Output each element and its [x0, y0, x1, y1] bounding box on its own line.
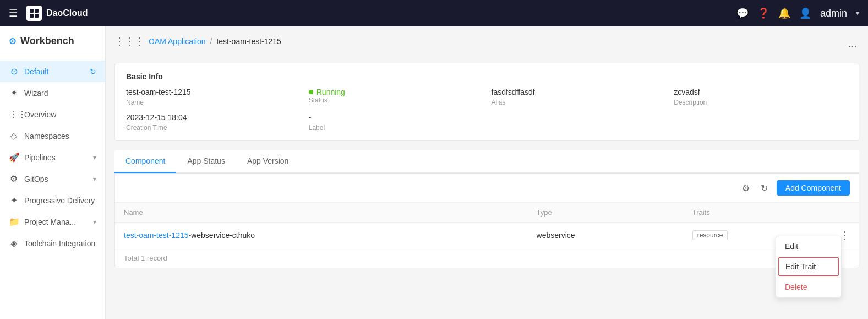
- svg-rect-3: [35, 14, 39, 18]
- dropdown-delete[interactable]: Delete: [776, 277, 841, 297]
- namespaces-icon: ◇: [9, 131, 19, 141]
- label-label: Label: [309, 124, 483, 132]
- toolchain-icon: ◈: [9, 238, 19, 248]
- sidebar-item-label-default: Default: [24, 67, 48, 76]
- sidebar-item-label-progressive: Progressive Delivery: [24, 196, 95, 205]
- basic-info-card: Basic Info test-oam-test-1215 Name Runni…: [114, 63, 859, 141]
- svg-rect-1: [35, 9, 39, 13]
- refresh-icon[interactable]: ↻: [90, 67, 96, 76]
- tab-component[interactable]: Component: [114, 150, 176, 173]
- bell-icon[interactable]: 🔔: [778, 7, 790, 19]
- label-value: -: [309, 113, 483, 122]
- user-icon[interactable]: 👤: [799, 7, 811, 19]
- app-name-value: test-oam-test-1215: [126, 88, 300, 96]
- svg-rect-0: [30, 9, 34, 13]
- sidebar-workbench-header: ⊙ Workbench: [0, 26, 105, 56]
- breadcrumb: ⋮⋮⋮ OAM Application / test-oam-test-1215: [114, 35, 281, 47]
- component-name-prefix: test-oam-test-1215: [124, 231, 189, 240]
- app-description-value: zcvadsf: [674, 88, 848, 96]
- col-header-traits: Traits: [684, 203, 831, 223]
- components-table: Name Type Traits test-oam-test-1215-webs…: [115, 203, 859, 248]
- admin-chevron-icon[interactable]: ▾: [856, 9, 859, 17]
- sidebar-item-label-overview: Overview: [24, 110, 56, 119]
- dropdown-edit-trait[interactable]: Edit Trait: [778, 257, 839, 276]
- creation-time-label: Creation Time: [126, 124, 300, 132]
- creation-time-value: 2023-12-15 18:04: [126, 113, 300, 122]
- sidebar-item-namespaces[interactable]: ◇ Namespaces: [0, 125, 105, 147]
- wizard-icon: ✦: [9, 88, 19, 98]
- trait-badge: resource: [692, 230, 728, 240]
- col-header-name: Name: [115, 203, 528, 223]
- breadcrumb-current: test-oam-test-1215: [216, 37, 281, 46]
- top-navigation: ☰ DaoCloud 💬 ❓ 🔔 👤 admin ▾: [0, 0, 868, 26]
- tab-appstatus[interactable]: App Status: [176, 150, 236, 173]
- dropdown-menu: Edit Edit Trait Delete: [776, 236, 842, 298]
- sidebar-item-wizard[interactable]: ✦ Wizard: [0, 82, 105, 104]
- hamburger-icon[interactable]: ☰: [9, 7, 18, 19]
- component-name-cell: test-oam-test-1215-webservice-cthuko: [115, 223, 528, 248]
- status-text: Running: [316, 88, 345, 96]
- component-type-cell: webservice: [528, 223, 684, 248]
- sidebar-item-label-gitops: GitOps: [24, 175, 48, 183]
- sidebar-item-default[interactable]: ⊙ Default ↻: [0, 61, 105, 82]
- sidebar-item-label-toolchain: Toolchain Integration: [24, 239, 95, 248]
- table-footer: Total 1 record: [115, 248, 859, 268]
- tab-appversion[interactable]: App Version: [236, 150, 300, 173]
- workbench-icon: ⊙: [9, 36, 16, 46]
- sidebar-item-label-pipelines: Pipelines: [24, 153, 56, 162]
- overview-icon: ⋮⋮: [9, 109, 19, 120]
- project-icon: 📁: [9, 217, 19, 227]
- help-icon[interactable]: ❓: [757, 7, 769, 19]
- basic-info-title: Basic Info: [126, 72, 848, 81]
- progressive-icon: ✦: [9, 195, 19, 206]
- app-alias-label: Alias: [492, 99, 665, 106]
- tabs: Component App Status App Version: [114, 150, 859, 173]
- logo-text: DaoCloud: [46, 8, 88, 18]
- table-row: test-oam-test-1215-webservice-cthuko web…: [115, 223, 859, 248]
- page-more-button[interactable]: ···: [845, 37, 859, 55]
- sidebar-item-gitops[interactable]: ⚙ GitOps ▾: [0, 168, 105, 190]
- sidebar-item-label-wizard: Wizard: [24, 89, 48, 98]
- status-dot-icon: [309, 90, 313, 94]
- gitops-icon: ⚙: [9, 174, 19, 184]
- add-component-button[interactable]: Add Component: [777, 180, 850, 196]
- sidebar-item-progressive[interactable]: ✦ Progressive Delivery: [0, 190, 105, 211]
- main-content: ⋮⋮⋮ OAM Application / test-oam-test-1215…: [106, 26, 868, 319]
- table-container: ⚙ ↻ Add Component Name Type Traits: [114, 173, 859, 268]
- refresh-table-button[interactable]: ↻: [758, 181, 770, 196]
- svg-rect-2: [30, 14, 34, 18]
- sidebar: ⊙ Workbench ⊙ Default ↻ ✦ Wizard ⋮⋮: [0, 26, 106, 319]
- gitops-chevron-icon: ▾: [93, 175, 96, 183]
- default-icon: ⊙: [9, 66, 19, 77]
- sidebar-item-label-namespaces: Namespaces: [24, 132, 69, 140]
- component-name-suffix: -webservice-cthuko: [189, 231, 255, 240]
- sidebar-item-toolchain[interactable]: ◈ Toolchain Integration: [0, 233, 105, 254]
- col-header-type: Type: [528, 203, 684, 223]
- workbench-label: Workbench: [20, 35, 74, 47]
- sidebar-item-project[interactable]: 📁 Project Mana... ▾: [0, 211, 105, 233]
- settings-button[interactable]: ⚙: [740, 181, 752, 196]
- sidebar-item-overview[interactable]: ⋮⋮ Overview: [0, 104, 105, 125]
- pipelines-icon: 🚀: [9, 152, 19, 163]
- admin-label[interactable]: admin: [820, 8, 847, 19]
- table-toolbar: ⚙ ↻ Add Component: [115, 174, 859, 203]
- project-chevron-icon: ▾: [93, 218, 96, 226]
- chat-icon[interactable]: 💬: [736, 7, 749, 19]
- breadcrumb-separator: /: [210, 37, 212, 46]
- logo: DaoCloud: [26, 6, 88, 21]
- app-status-value: Running: [309, 88, 483, 96]
- breadcrumb-grid-icon: ⋮⋮⋮: [114, 35, 144, 47]
- sidebar-item-label-project: Project Mana...: [24, 218, 76, 226]
- pipelines-chevron-icon: ▾: [93, 154, 96, 161]
- app-alias-value: fasdfsdffasdf: [492, 88, 665, 96]
- app-status-label: Status: [309, 96, 483, 104]
- breadcrumb-link[interactable]: OAM Application: [149, 37, 206, 46]
- dropdown-edit[interactable]: Edit: [776, 236, 841, 256]
- logo-icon: [26, 6, 42, 21]
- app-name-label: Name: [126, 99, 300, 106]
- sidebar-item-pipelines[interactable]: 🚀 Pipelines ▾: [0, 147, 105, 168]
- app-description-label: Description: [674, 99, 848, 106]
